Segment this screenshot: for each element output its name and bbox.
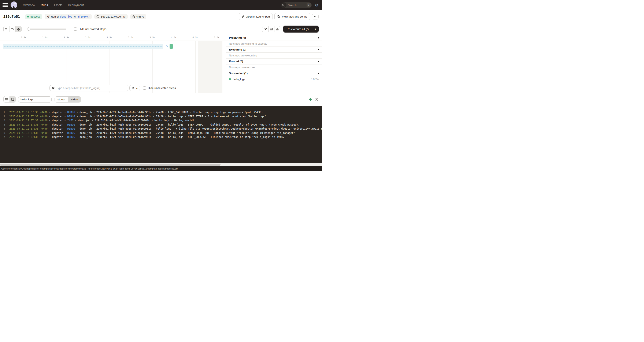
open-in-launchpad-button[interactable]: Open in Launchpad bbox=[239, 13, 273, 20]
panel-section-executing[interactable]: Executing (0)▾ bbox=[226, 47, 322, 53]
gridline bbox=[195, 41, 196, 93]
run-status-badge: Success bbox=[25, 14, 42, 19]
step-start-marker[interactable] bbox=[166, 46, 168, 47]
scrollbar-thumb[interactable] bbox=[0, 164, 220, 166]
caret-down-icon: ▾ bbox=[318, 36, 319, 39]
duration-tag: 4.567s bbox=[130, 14, 146, 19]
log-line-3: 32023-09-21 12:07:30 -0400 - dagster - I… bbox=[0, 118, 322, 123]
axis-line bbox=[0, 40, 226, 41]
step-status-panel: Preparing (0)▾No steps are waiting to ex… bbox=[226, 35, 322, 93]
hamburger-menu-icon[interactable] bbox=[2, 2, 8, 8]
step-subset-input-wrap bbox=[50, 85, 128, 91]
run-header: 219c7b51 Success ↺ Run of demo_job @ 4f1… bbox=[0, 10, 322, 23]
log-line-2: 22023-09-21 12:07:30 -0400 - dagster - D… bbox=[0, 114, 322, 119]
nav-link-runs[interactable]: Runs bbox=[40, 4, 48, 7]
op-selector-icon bbox=[52, 87, 55, 90]
axis-tick-3.0s: 3.0s bbox=[128, 36, 134, 39]
axis-tick-1.5s: 1.5s bbox=[64, 36, 69, 39]
log-line-5: 52023-09-21 12:07:30 -0400 - dagster - D… bbox=[0, 127, 322, 131]
raw-log-output[interactable]: 12023-09-21 12:07:30 -0400 - dagster - D… bbox=[0, 106, 322, 163]
success-dot-icon bbox=[27, 16, 29, 18]
run-id-title: 219c7b51 bbox=[4, 14, 20, 19]
expand-top-panel-button[interactable] bbox=[274, 26, 280, 32]
start-time-tag: Sep 21, 12:07:26 PM bbox=[94, 14, 128, 19]
structured-log-view-button[interactable] bbox=[4, 96, 10, 102]
slider-knob[interactable] bbox=[27, 28, 30, 31]
search-placeholder: Search... bbox=[286, 4, 306, 7]
gantt-chart[interactable]: 0.5s1.0s1.5s2.0s2.5s3.0s3.5s4.0s4.5s5.0s bbox=[0, 35, 226, 93]
raw-log-view-button[interactable] bbox=[10, 96, 16, 102]
log-capture-status-dot bbox=[309, 98, 312, 100]
dagster-run-page: OverviewRunsAssetsDeployment Search... /… bbox=[0, 0, 322, 171]
panel-section-succeeded[interactable]: Succeeded (1)▾ bbox=[226, 70, 322, 76]
caret-down-icon: ▾ bbox=[318, 48, 319, 51]
chevron-down-icon bbox=[314, 16, 316, 18]
step-subset-row: ▲ Hide unselected steps bbox=[50, 85, 176, 91]
search-icon bbox=[281, 2, 286, 8]
nav-link-assets[interactable]: Assets bbox=[54, 4, 62, 7]
step-bar-hello-logs[interactable] bbox=[170, 44, 173, 49]
view-tags-config-button[interactable]: View tags and config bbox=[274, 13, 310, 20]
download-log-icon[interactable] bbox=[314, 98, 318, 101]
nav-link-overview[interactable]: Overview bbox=[23, 4, 35, 7]
log-step-filter-input[interactable] bbox=[18, 96, 52, 102]
expand-bottom-panel-button[interactable] bbox=[262, 26, 268, 32]
run-of-tag: ↺ Run of demo_job @ 4f105077 bbox=[45, 14, 92, 19]
axis-tick-3.5s: 3.5s bbox=[150, 36, 155, 39]
gear-icon[interactable]: ⚙ bbox=[315, 3, 318, 7]
fit-zoom-button[interactable]: ▲ bbox=[130, 85, 140, 91]
panel-empty-message: No steps are waiting to execute bbox=[226, 41, 322, 47]
search-shortcut-key: / bbox=[306, 3, 311, 7]
panel-step-row-hello_logs[interactable]: hello_logs0.065s bbox=[226, 76, 322, 82]
nav-link-deployment[interactable]: Deployment bbox=[68, 4, 84, 7]
panel-section-preparing[interactable]: Preparing (0)▾ bbox=[226, 35, 322, 41]
after-run-end-region bbox=[198, 41, 222, 93]
caret-down-icon: ▾ bbox=[318, 60, 319, 62]
log-file-path: /Users/erincochran/Desktop/dagster-examp… bbox=[0, 168, 178, 170]
stdout-tab[interactable]: stdout bbox=[55, 96, 68, 102]
stopwatch-icon bbox=[132, 15, 135, 18]
panel-empty-message: No steps are executing bbox=[226, 53, 322, 58]
gantt-zoom-slider[interactable] bbox=[27, 28, 66, 31]
step-waiting-band bbox=[3, 44, 163, 49]
hide-unselected-checkbox[interactable] bbox=[143, 86, 146, 90]
log-line-1: 12023-09-21 12:07:30 -0400 - dagster - D… bbox=[0, 110, 322, 114]
more-run-actions-button[interactable] bbox=[312, 14, 318, 20]
log-toolbar: stdout stderr bbox=[0, 93, 322, 106]
hide-not-started-label: Hide not started steps bbox=[79, 28, 106, 31]
axis-tick-1.0s: 1.0s bbox=[42, 36, 48, 39]
view-timed-button[interactable] bbox=[16, 26, 21, 32]
split-panels-button[interactable] bbox=[268, 26, 274, 32]
re-execute-dropdown-chevron[interactable]: ▼ bbox=[312, 26, 318, 32]
dagster-logo-icon[interactable] bbox=[10, 1, 18, 9]
stderr-tab[interactable]: stderr bbox=[68, 96, 81, 102]
caret-up-icon: ▲ bbox=[136, 87, 138, 89]
snapshot-id-link[interactable]: 4f105077 bbox=[78, 15, 90, 18]
panel-empty-message: No steps have errored bbox=[226, 64, 322, 70]
log-horizontal-scrollbar[interactable] bbox=[0, 163, 322, 166]
gantt-toolbar: Hide not started steps Re-execute all (*… bbox=[0, 23, 322, 35]
axis-tick-5.0s: 5.0s bbox=[214, 36, 220, 39]
search-input[interactable]: Search... / bbox=[281, 2, 312, 8]
log-line-4: 42023-09-21 12:07:30 -0400 - dagster - D… bbox=[0, 123, 322, 127]
axis-tick-4.0s: 4.0s bbox=[171, 36, 177, 39]
view-flat-button[interactable] bbox=[4, 26, 10, 32]
job-name-link[interactable]: demo_job bbox=[60, 15, 72, 18]
top-nav: OverviewRunsAssetsDeployment Search... /… bbox=[0, 0, 322, 10]
axis-tick-0.5s: 0.5s bbox=[21, 36, 26, 39]
hide-unselected-label: Hide unselected steps bbox=[148, 86, 176, 90]
history-icon: ↺ bbox=[47, 15, 50, 18]
axis-tick-4.5s: 4.5s bbox=[192, 36, 198, 39]
gutter-divider bbox=[7, 106, 7, 163]
log-line-7: 72023-09-21 12:07:30 -0400 - dagster - D… bbox=[0, 135, 322, 139]
re-execute-all-button[interactable]: Re-execute all (*) ▼ bbox=[283, 26, 318, 32]
step-subset-input[interactable] bbox=[56, 86, 126, 90]
view-waterfall-button[interactable] bbox=[10, 26, 16, 32]
log-view-mode-group bbox=[4, 96, 16, 102]
pencil-icon bbox=[242, 15, 244, 18]
hide-not-started-checkbox[interactable] bbox=[74, 28, 77, 31]
panel-section-errored[interactable]: Errored (0)▾ bbox=[226, 58, 322, 64]
clock-icon bbox=[96, 15, 99, 18]
tag-icon bbox=[278, 15, 280, 18]
axis-tick-2.5s: 2.5s bbox=[106, 36, 112, 39]
